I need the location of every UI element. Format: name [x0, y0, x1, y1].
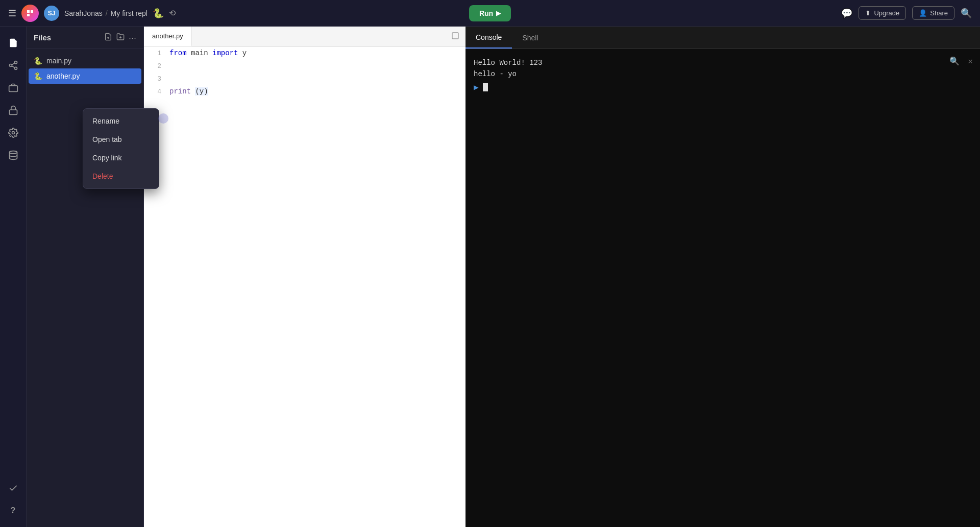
svg-point-8 — [9, 151, 17, 154]
upgrade-label: Upgrade — [874, 9, 899, 17]
sidebar-item-packages[interactable] — [3, 78, 23, 98]
file-panel-title: Files — [34, 33, 100, 42]
share-button[interactable]: 👤 Share — [912, 6, 954, 20]
context-menu: Rename Open tab Copy link Delete — [83, 108, 159, 189]
right-panel-tabs: Console Shell — [465, 27, 980, 49]
code-line-3: 3 — [144, 73, 465, 85]
python-file-icon-another: 🐍 — [34, 72, 42, 80]
new-folder-icon[interactable] — [116, 33, 125, 42]
topbar: ☰ SJ SarahJonas / My first repl 🐍 ⟲ Run … — [0, 0, 980, 27]
editor-tab-label: another.py — [152, 32, 183, 40]
tab-shell[interactable]: Shell — [512, 27, 548, 49]
file-item-main[interactable]: 🐍 main.py — [27, 53, 143, 68]
upgrade-button[interactable]: ⬆ Upgrade — [859, 6, 906, 20]
svg-line-3 — [12, 66, 15, 67]
sidebar-item-database[interactable] — [3, 145, 23, 165]
svg-point-1 — [9, 64, 12, 67]
console-search-icon[interactable]: 🔍 — [949, 56, 960, 66]
search-icon[interactable]: 🔍 — [961, 8, 972, 19]
line-content-4: print (y) — [169, 85, 208, 98]
project-name-label[interactable]: My first repl — [111, 9, 148, 17]
svg-line-4 — [12, 63, 15, 64]
more-options-icon[interactable]: ⋯ — [129, 33, 136, 42]
line-content-2 — [169, 60, 174, 72]
sidebar-item-secrets[interactable] — [3, 100, 23, 121]
editor-tab-actions[interactable] — [445, 32, 465, 42]
line-number-2: 2 — [144, 60, 169, 73]
tab-console[interactable]: Console — [465, 27, 512, 49]
svg-point-0 — [14, 61, 17, 64]
line-number-3: 3 — [144, 73, 169, 85]
play-icon: ▶ — [496, 10, 501, 17]
replit-logo — [21, 5, 39, 22]
file-list: 🐍 main.py 🐍 another.py — [27, 49, 143, 88]
sidebar-item-settings[interactable] — [3, 123, 23, 143]
sidebar-item-check[interactable] — [3, 478, 23, 498]
run-label: Run — [479, 9, 493, 17]
console-prompt: ▶ — [474, 82, 972, 92]
line-number-1: 1 — [144, 47, 169, 60]
code-editor[interactable]: 1 from main import y 2 3 4 print (y) — [144, 47, 465, 527]
breadcrumb: SarahJonas / My first repl — [64, 9, 148, 17]
editor-tab-another[interactable]: another.py — [144, 27, 192, 46]
chat-icon[interactable]: 💬 — [841, 8, 852, 19]
console-cursor — [483, 83, 488, 91]
file-panel-header: Files ⋯ — [27, 27, 143, 49]
run-button[interactable]: Run ▶ — [469, 5, 511, 21]
code-line-2: 2 — [144, 60, 465, 73]
new-file-icon[interactable] — [104, 33, 112, 42]
right-panel: Console Shell 🔍 ✕ Hello World! 123 hello… — [465, 27, 980, 527]
context-menu-copy-link[interactable]: Copy link — [83, 149, 159, 167]
svg-point-7 — [12, 132, 14, 134]
console-output-1: Hello World! 123 — [474, 57, 972, 68]
hamburger-icon[interactable]: ☰ — [8, 8, 16, 19]
upgrade-icon: ⬆ — [865, 9, 871, 17]
file-name-main: main.py — [46, 57, 71, 65]
code-line-4: 4 print (y) — [144, 85, 465, 98]
python-icon: 🐍 — [153, 8, 164, 19]
file-panel: Files ⋯ 🐍 main.py 🐍 another.py — [27, 27, 144, 527]
breadcrumb-sep: / — [106, 9, 108, 17]
share-label: Share — [930, 9, 948, 17]
file-item-another[interactable]: 🐍 another.py — [29, 68, 141, 84]
file-panel-actions: ⋯ — [104, 33, 136, 42]
sidebar-item-help[interactable]: ? — [3, 500, 23, 521]
console-area[interactable]: 🔍 ✕ Hello World! 123 hello - yo ▶ — [465, 49, 980, 527]
line-content-3 — [169, 73, 174, 85]
context-menu-rename[interactable]: Rename — [83, 112, 159, 130]
console-close-icon[interactable]: ✕ — [968, 56, 973, 66]
avatar[interactable]: SJ — [44, 6, 59, 21]
svg-rect-6 — [9, 110, 17, 114]
python-file-icon-main: 🐍 — [34, 57, 42, 65]
code-line-1: 1 from main import y — [144, 47, 465, 60]
main-area: ? Files ⋯ 🐍 main.py 🐍 another — [0, 27, 980, 527]
context-menu-delete[interactable]: Delete — [83, 167, 159, 185]
svg-point-2 — [14, 67, 17, 69]
sidebar-item-share[interactable] — [3, 55, 23, 76]
share-icon: 👤 — [919, 9, 927, 17]
console-output-2: hello - yo — [474, 68, 972, 80]
line-content-1: from main import y — [169, 47, 247, 59]
username-label[interactable]: SarahJonas — [64, 9, 103, 17]
svg-rect-13 — [452, 33, 458, 39]
svg-rect-5 — [9, 86, 17, 92]
sidebar-item-files[interactable] — [3, 33, 23, 53]
prompt-arrow-icon: ▶ — [474, 82, 479, 92]
sidebar-icons: ? — [0, 27, 27, 527]
file-name-another: another.py — [46, 72, 80, 80]
history-icon[interactable]: ⟲ — [169, 8, 176, 18]
editor-tabs: another.py — [144, 27, 465, 47]
line-number-4: 4 — [144, 86, 169, 98]
editor-area: another.py 1 from main import y 2 3 — [144, 27, 465, 527]
context-menu-open-tab[interactable]: Open tab — [83, 130, 159, 149]
